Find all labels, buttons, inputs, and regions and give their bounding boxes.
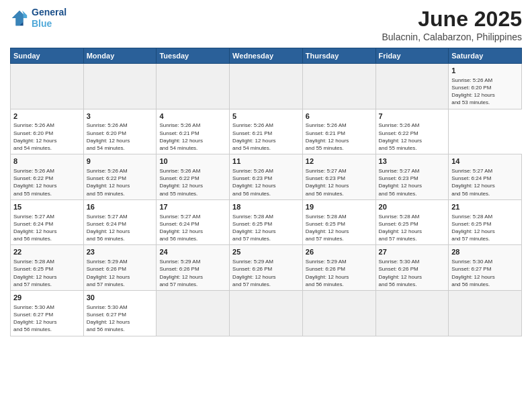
calendar-week-row: 1 Sunrise: 5:26 AMSunset: 6:20 PMDayligh… — [11, 64, 522, 109]
col-monday: Monday — [83, 48, 157, 64]
table-row — [11, 64, 84, 109]
table-row: 5 Sunrise: 5:26 AMSunset: 6:21 PMDayligh… — [230, 109, 303, 154]
table-row — [230, 64, 303, 109]
table-row: 26 Sunrise: 5:29 AMSunset: 6:26 PMDaylig… — [302, 245, 375, 291]
calendar-page: General Blue June 2025 Bulacnin, Calabar… — [0, 0, 532, 411]
table-row: 20 Sunrise: 5:28 AMSunset: 6:25 PMDaylig… — [375, 199, 449, 245]
table-row: 11 Sunrise: 5:26 AMSunset: 6:23 PMDaylig… — [230, 154, 303, 200]
calendar-week-row: 29 Sunrise: 5:30 AMSunset: 6:27 PMDaylig… — [11, 290, 522, 336]
table-row: 12 Sunrise: 5:27 AMSunset: 6:23 PMDaylig… — [302, 154, 375, 200]
table-row — [157, 64, 230, 109]
table-row: 6 Sunrise: 5:26 AMSunset: 6:21 PMDayligh… — [302, 109, 375, 154]
table-row: 22 Sunrise: 5:28 AMSunset: 6:25 PMDaylig… — [11, 245, 84, 291]
table-row: 23 Sunrise: 5:29 AMSunset: 6:26 PMDaylig… — [83, 245, 157, 291]
table-row: 4 Sunrise: 5:26 AMSunset: 6:21 PMDayligh… — [157, 109, 230, 154]
table-row — [230, 290, 303, 336]
col-wednesday: Wednesday — [230, 48, 303, 64]
table-row — [449, 290, 522, 336]
table-row: 10 Sunrise: 5:26 AMSunset: 6:22 PMDaylig… — [157, 154, 230, 200]
table-row: 8 Sunrise: 5:26 AMSunset: 6:22 PMDayligh… — [11, 154, 84, 200]
table-row — [375, 64, 449, 109]
table-row: 30 Sunrise: 5:30 AMSunset: 6:27 PMDaylig… — [83, 290, 157, 336]
table-row — [157, 290, 230, 336]
table-row: 17 Sunrise: 5:27 AMSunset: 6:24 PMDaylig… — [157, 199, 230, 245]
table-row: 21 Sunrise: 5:28 AMSunset: 6:25 PMDaylig… — [449, 199, 522, 245]
calendar-week-row: 22 Sunrise: 5:28 AMSunset: 6:25 PMDaylig… — [11, 245, 522, 291]
header-row: Sunday Monday Tuesday Wednesday Thursday… — [11, 48, 522, 64]
table-row: 3 Sunrise: 5:26 AMSunset: 6:20 PMDayligh… — [83, 109, 157, 154]
table-row: 29 Sunrise: 5:30 AMSunset: 6:27 PMDaylig… — [11, 290, 84, 336]
header: General Blue June 2025 Bulacnin, Calabar… — [10, 7, 522, 42]
logo-text: General Blue — [32, 7, 66, 30]
calendar-week-row: 2 Sunrise: 5:26 AMSunset: 6:20 PMDayligh… — [11, 109, 522, 154]
main-title: June 2025 — [382, 7, 522, 32]
table-row: 16 Sunrise: 5:27 AMSunset: 6:24 PMDaylig… — [83, 199, 157, 245]
table-row: 25 Sunrise: 5:29 AMSunset: 6:26 PMDaylig… — [230, 245, 303, 291]
table-row — [83, 64, 157, 109]
table-row: 2 Sunrise: 5:26 AMSunset: 6:20 PMDayligh… — [11, 109, 84, 154]
table-row: 15 Sunrise: 5:27 AMSunset: 6:24 PMDaylig… — [11, 199, 84, 245]
col-friday: Friday — [375, 48, 449, 64]
table-row: 19 Sunrise: 5:28 AMSunset: 6:25 PMDaylig… — [302, 199, 375, 245]
table-row: 27 Sunrise: 5:30 AMSunset: 6:26 PMDaylig… — [375, 245, 449, 291]
logo-icon — [10, 9, 29, 28]
table-row — [375, 290, 449, 336]
calendar-week-row: 15 Sunrise: 5:27 AMSunset: 6:24 PMDaylig… — [11, 199, 522, 245]
table-row: 28 Sunrise: 5:30 AMSunset: 6:27 PMDaylig… — [449, 245, 522, 291]
table-row — [302, 290, 375, 336]
table-row: 7 Sunrise: 5:26 AMSunset: 6:22 PMDayligh… — [375, 109, 449, 154]
table-row: 14 Sunrise: 5:27 AMSunset: 6:24 PMDaylig… — [449, 154, 522, 200]
col-sunday: Sunday — [11, 48, 84, 64]
table-row: 1 Sunrise: 5:26 AMSunset: 6:20 PMDayligh… — [449, 64, 522, 109]
logo: General Blue — [10, 7, 66, 30]
subtitle: Bulacnin, Calabarzon, Philippines — [382, 32, 522, 42]
calendar-week-row: 8 Sunrise: 5:26 AMSunset: 6:22 PMDayligh… — [11, 154, 522, 200]
title-block: June 2025 Bulacnin, Calabarzon, Philippi… — [382, 7, 522, 42]
table-row: 24 Sunrise: 5:29 AMSunset: 6:26 PMDaylig… — [157, 245, 230, 291]
table-row: 9 Sunrise: 5:26 AMSunset: 6:22 PMDayligh… — [83, 154, 157, 200]
col-saturday: Saturday — [449, 48, 522, 64]
col-tuesday: Tuesday — [157, 48, 230, 64]
table-row: 18 Sunrise: 5:28 AMSunset: 6:25 PMDaylig… — [230, 199, 303, 245]
table-row — [302, 64, 375, 109]
col-thursday: Thursday — [302, 48, 375, 64]
calendar-table: Sunday Monday Tuesday Wednesday Thursday… — [10, 48, 522, 336]
table-row: 13 Sunrise: 5:27 AMSunset: 6:23 PMDaylig… — [375, 154, 449, 200]
